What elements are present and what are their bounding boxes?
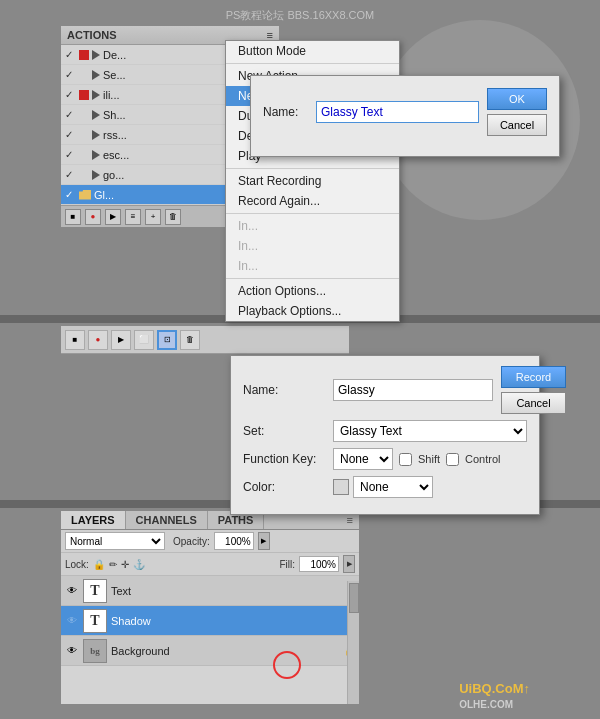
action-label-3: ili... xyxy=(103,89,120,101)
play-btn[interactable]: ▶ xyxy=(105,209,121,225)
na-set-row: Set: Glassy Text xyxy=(243,420,527,442)
blend-opacity-row: Normal Opacity: ▶ xyxy=(61,530,359,553)
move-icon[interactable]: ✛ xyxy=(121,559,129,570)
na-color-swatch xyxy=(333,479,349,495)
record-dot-btn[interactable]: ● xyxy=(85,209,101,225)
na-color-select[interactable]: None xyxy=(353,476,433,498)
watermark-bottom: UiBQ.CoM↑OLHE.COM xyxy=(459,681,530,711)
na-shift-check-row: Shift Control xyxy=(399,453,500,466)
anchor-icon[interactable]: ⚓ xyxy=(133,559,145,570)
fill-label-text: Fill: xyxy=(279,559,295,570)
record-toolbar: ■ ● ▶ ⬜ ⊡ 🗑 xyxy=(61,326,349,354)
dialog-cancel-btn[interactable]: Cancel xyxy=(487,114,547,136)
na-control-label: Control xyxy=(465,453,500,465)
trash-btn[interactable]: 🗑 xyxy=(165,209,181,225)
layers-list: 👁 T Text 👁 T Shadow 👁 bg Background 🔒 xyxy=(61,576,359,666)
play-icon-2 xyxy=(92,70,100,80)
folder-icon-8 xyxy=(79,190,91,200)
check-3: ✓ xyxy=(65,89,79,100)
na-set-select[interactable]: Glassy Text xyxy=(333,420,527,442)
layer-thumb-background: bg xyxy=(83,639,107,663)
check-4: ✓ xyxy=(65,109,79,120)
layer-eye-background[interactable]: 👁 xyxy=(65,644,79,658)
lock-icon-1[interactable]: 🔒 xyxy=(93,559,105,570)
record-panel: ■ ● ▶ ⬜ ⊡ 🗑 xyxy=(60,325,350,355)
na-color-row: Color: None xyxy=(243,476,527,498)
na-record-btn[interactable]: Record xyxy=(501,366,566,388)
ctx-divider-4 xyxy=(226,278,399,279)
layer-thumb-text: T xyxy=(83,579,107,603)
ctx-button-mode[interactable]: Button Mode xyxy=(226,41,399,61)
tab-channels[interactable]: CHANNELS xyxy=(126,511,208,529)
ctx-start-recording[interactable]: Start Recording xyxy=(226,171,399,191)
check-6: ✓ xyxy=(65,149,79,160)
lock-fill-row: Lock: 🔒 ✏ ✛ ⚓ Fill: ▶ xyxy=(61,553,359,576)
na-color-label: Color: xyxy=(243,480,333,494)
blend-mode-select[interactable]: Normal xyxy=(65,532,165,550)
new-set-dialog: Name: OK Cancel xyxy=(250,75,560,157)
circle-highlight xyxy=(273,651,301,679)
fill-arrow[interactable]: ▶ xyxy=(343,555,355,573)
na-cancel-btn[interactable]: Cancel xyxy=(501,392,566,414)
play-record-btn[interactable]: ▶ xyxy=(111,330,131,350)
na-fkey-select[interactable]: None xyxy=(333,448,393,470)
play-icon-7 xyxy=(92,170,100,180)
ctx-record-again[interactable]: Record Again... xyxy=(226,191,399,211)
layer-eye-shadow[interactable]: 👁 xyxy=(65,614,79,628)
red-square-3 xyxy=(79,90,89,100)
check-5: ✓ xyxy=(65,129,79,140)
action-menu-btn[interactable]: ≡ xyxy=(125,209,141,225)
ctx-action-options[interactable]: Action Options... xyxy=(226,281,399,301)
na-shift-checkbox[interactable] xyxy=(399,453,412,466)
layer-eye-text[interactable]: 👁 xyxy=(65,584,79,598)
play-icon-5 xyxy=(92,130,100,140)
na-name-input[interactable] xyxy=(333,379,493,401)
stop-btn[interactable]: ■ xyxy=(65,209,81,225)
dialog-name-row: Name: OK Cancel xyxy=(263,88,547,136)
check-2: ✓ xyxy=(65,69,79,80)
na-shift-label: Shift xyxy=(418,453,440,465)
na-btn-col: Record Cancel xyxy=(501,366,566,414)
red-square-1 xyxy=(79,50,89,60)
brush-icon[interactable]: ✏ xyxy=(109,559,117,570)
action-label-7: go... xyxy=(103,169,124,181)
dialog-ok-btn[interactable]: OK xyxy=(487,88,547,110)
layer-thumb-shadow: T xyxy=(83,609,107,633)
frame-btn[interactable]: ⬜ xyxy=(134,330,154,350)
watermark-top: PS教程论坛 BBS.16XX8.COM xyxy=(0,8,600,23)
fill-input[interactable] xyxy=(299,556,339,572)
play-icon-6 xyxy=(92,150,100,160)
check-1: ✓ xyxy=(65,49,79,60)
play-icon-1 xyxy=(92,50,100,60)
action-label-5: rss... xyxy=(103,129,127,141)
action-label-2: Se... xyxy=(103,69,126,81)
new-btn[interactable]: + xyxy=(145,209,161,225)
opacity-arrow[interactable]: ▶ xyxy=(258,532,270,550)
opacity-input[interactable] xyxy=(214,532,254,550)
ctx-in-1[interactable]: In... xyxy=(226,216,399,236)
action-label-8: Gl... xyxy=(94,189,114,201)
play-icon-4 xyxy=(92,110,100,120)
layer-row-background[interactable]: 👁 bg Background 🔒 xyxy=(61,636,359,666)
scrollbar-thumb[interactable] xyxy=(349,583,359,613)
trash-record-btn[interactable]: 🗑 xyxy=(180,330,200,350)
ctx-divider-2 xyxy=(226,168,399,169)
na-control-checkbox[interactable] xyxy=(446,453,459,466)
stop-record-btn[interactable]: ■ xyxy=(65,330,85,350)
dot-record-btn[interactable]: ● xyxy=(88,330,108,350)
na-fkey-row: Function Key: None Shift Control xyxy=(243,448,527,470)
layer-label-text: Text xyxy=(111,585,131,597)
layers-scrollbar[interactable] xyxy=(347,581,359,704)
ctx-playback-options[interactable]: Playback Options... xyxy=(226,301,399,321)
layer-row-shadow[interactable]: 👁 T Shadow xyxy=(61,606,359,636)
na-fkey-label: Function Key: xyxy=(243,452,333,466)
layer-label-shadow: Shadow xyxy=(111,615,151,627)
tab-layers[interactable]: LAYERS xyxy=(61,511,126,529)
ctx-in-3[interactable]: In... xyxy=(226,256,399,276)
layers-panel: LAYERS CHANNELS PATHS ≡ Normal Opacity: … xyxy=(60,510,360,705)
ctx-in-2[interactable]: In... xyxy=(226,236,399,256)
next-frame-btn[interactable]: ⊡ xyxy=(157,330,177,350)
new-action-dialog: Name: Record Cancel Set: Glassy Text Fun… xyxy=(230,355,540,515)
dialog-name-input[interactable] xyxy=(316,101,479,123)
layer-row-text[interactable]: 👁 T Text xyxy=(61,576,359,606)
